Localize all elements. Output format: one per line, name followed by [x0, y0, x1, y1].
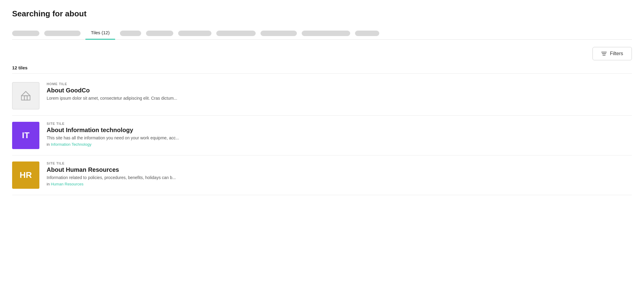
result-description-3: Information related to policies, procedu…	[47, 175, 632, 180]
tiles-count: 12 tiles	[12, 65, 632, 70]
thumbnail-hr-text: HR	[20, 170, 32, 180]
divider-top	[12, 73, 632, 74]
home-icon	[20, 90, 32, 101]
results-list: HOME TILE About GoodCo Lorem ipsum dolor…	[12, 76, 632, 195]
page-container: Searching for about Tiles (12) Filters	[0, 0, 644, 204]
result-item-3: HR SITE TILE About Human Resources Infor…	[12, 155, 632, 195]
tab-skeleton-1[interactable]	[12, 31, 39, 36]
result-location-3: in Human Resources	[47, 182, 632, 186]
result-description-2: This site has all the information you ne…	[47, 135, 632, 140]
tab-skeleton-6[interactable]	[216, 31, 256, 36]
filter-icon	[601, 52, 607, 55]
thumbnail-it: IT	[12, 122, 39, 149]
location-link-3[interactable]: Human Resources	[51, 182, 84, 186]
svg-rect-0	[22, 96, 30, 100]
location-prefix-2: in	[47, 142, 51, 147]
result-item-2: IT SITE TILE About Information technolog…	[12, 116, 632, 155]
tab-skeleton-4[interactable]	[146, 31, 173, 36]
result-location-2: in Information Technology	[47, 142, 632, 147]
thumbnail-hr: HR	[12, 161, 39, 189]
filters-button[interactable]: Filters	[593, 47, 632, 60]
result-description-1: Lorem ipsum dolor sit amet, consectetur …	[47, 96, 632, 101]
result-type-label-1: HOME TILE	[47, 82, 632, 86]
tab-skeleton-5[interactable]	[178, 31, 211, 36]
result-title-1[interactable]: About GoodCo	[47, 87, 632, 94]
result-title-2[interactable]: About Information technology	[47, 127, 632, 134]
result-title-3[interactable]: About Human Resources	[47, 166, 632, 173]
location-prefix-3: in	[47, 182, 51, 186]
tab-tiles[interactable]: Tiles (12)	[85, 27, 115, 40]
thumbnail-it-text: IT	[22, 131, 30, 140]
tab-skeleton-7[interactable]	[261, 31, 297, 36]
tab-skeleton-8[interactable]	[302, 31, 350, 36]
thumbnail-home	[12, 82, 39, 109]
result-content-1: HOME TILE About GoodCo Lorem ipsum dolor…	[47, 82, 632, 102]
result-type-label-2: SITE TILE	[47, 122, 632, 125]
filters-row: Filters	[12, 47, 632, 60]
location-link-2[interactable]: Information Technology	[51, 142, 91, 147]
tabs-bar: Tiles (12)	[12, 27, 632, 40]
result-content-3: SITE TILE About Human Resources Informat…	[47, 161, 632, 186]
tab-skeleton-2[interactable]	[44, 31, 81, 36]
page-title: Searching for about	[12, 9, 632, 18]
filters-label: Filters	[610, 51, 623, 56]
result-type-label-3: SITE TILE	[47, 161, 632, 165]
tab-skeleton-9[interactable]	[355, 31, 379, 36]
tab-skeleton-3[interactable]	[120, 31, 141, 36]
result-content-2: SITE TILE About Information technology T…	[47, 122, 632, 147]
result-item-1: HOME TILE About GoodCo Lorem ipsum dolor…	[12, 76, 632, 116]
